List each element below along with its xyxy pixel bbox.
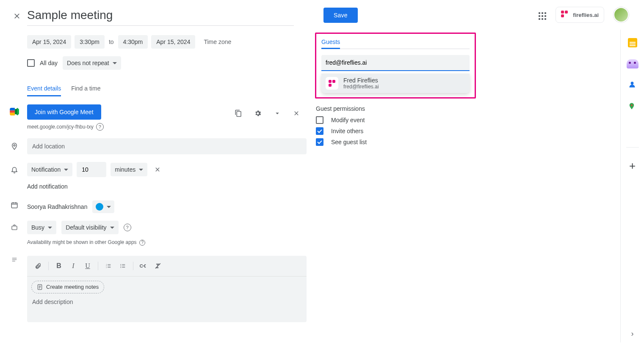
visibility-help-icon[interactable]: ? xyxy=(124,224,131,231)
briefcase-icon xyxy=(7,221,22,231)
timezone-link[interactable]: Time zone xyxy=(204,38,231,45)
calendar-icon xyxy=(7,198,22,209)
end-time-chip[interactable]: 4:30pm xyxy=(118,35,148,49)
chevron-down-icon xyxy=(107,206,111,208)
add-addon-icon[interactable]: + xyxy=(629,159,636,172)
start-time-chip[interactable]: 3:30pm xyxy=(75,35,105,49)
recurrence-dropdown[interactable]: Does not repeat xyxy=(63,56,121,70)
chevron-down-icon xyxy=(48,227,52,229)
guests-tab[interactable]: Guests xyxy=(321,38,340,49)
assistant-bot-icon[interactable] xyxy=(627,59,638,68)
calendar-color-swatch xyxy=(96,203,103,211)
google-meet-icon xyxy=(7,104,22,115)
notification-type-dropdown[interactable]: Notification xyxy=(27,163,72,176)
collapse-rail-icon[interactable]: › xyxy=(631,329,634,338)
notification-unit-label: minutes xyxy=(115,166,135,173)
availability-label: Busy xyxy=(31,224,44,231)
event-title-input[interactable] xyxy=(27,8,294,26)
meet-expand-icon[interactable] xyxy=(271,107,284,120)
clear-formatting-button[interactable] xyxy=(151,259,165,273)
guest-suggestion-item[interactable]: Fred Fireflies fred@fireflies.ai xyxy=(321,74,470,93)
notification-unit-dropdown[interactable]: minutes xyxy=(111,163,147,176)
modify-event-label: Modify event xyxy=(331,117,365,123)
insert-link-button[interactable] xyxy=(137,259,150,273)
see-guest-list-label: See guest list xyxy=(331,139,367,145)
google-apps-icon[interactable] xyxy=(536,10,546,20)
doc-icon xyxy=(37,284,43,290)
svg-point-6 xyxy=(120,264,121,265)
add-guests-input[interactable] xyxy=(321,55,470,71)
tab-find-a-time[interactable]: Find a time xyxy=(71,82,100,96)
add-notification-link[interactable]: Add notification xyxy=(27,183,68,190)
guests-panel-highlight: Guests Fred Fireflies fred@fireflies.ai xyxy=(315,33,476,99)
notification-bell-icon xyxy=(7,162,22,174)
svg-point-10 xyxy=(630,82,633,85)
fireflies-avatar-icon xyxy=(326,77,338,90)
availability-dropdown[interactable]: Busy xyxy=(27,221,56,234)
chevron-down-icon xyxy=(113,62,117,64)
svg-point-7 xyxy=(120,266,121,266)
contacts-icon[interactable] xyxy=(628,80,637,90)
invite-others-label: Invite others xyxy=(331,128,363,134)
svg-rect-2 xyxy=(12,226,17,230)
chevron-down-icon xyxy=(139,169,143,171)
see-guest-list-checkbox[interactable] xyxy=(316,138,323,146)
numbered-list-button[interactable]: 123 xyxy=(102,259,115,273)
bold-button[interactable]: B xyxy=(52,259,66,273)
underline-button[interactable]: U xyxy=(81,259,94,273)
description-icon xyxy=(7,253,22,263)
notification-type-label: Notification xyxy=(31,166,61,173)
svg-point-0 xyxy=(14,145,15,146)
italic-button[interactable]: I xyxy=(66,259,80,273)
join-google-meet-button[interactable]: Join with Google Meet xyxy=(27,104,101,120)
meet-remove-icon[interactable] xyxy=(290,107,302,119)
svg-point-8 xyxy=(120,267,121,268)
availability-hint: Availability might be shown in other Goo… xyxy=(27,239,137,245)
location-icon xyxy=(7,138,22,151)
bulleted-list-button[interactable] xyxy=(116,259,130,273)
visibility-dropdown[interactable]: Default visibility xyxy=(61,221,118,234)
invite-others-checkbox[interactable] xyxy=(316,127,323,135)
notification-value-input[interactable] xyxy=(77,162,106,177)
suggestion-email: fred@fireflies.ai xyxy=(343,84,379,90)
create-notes-label: Create meeting notes xyxy=(46,284,99,290)
meet-link-text: meet.google.com/jcy-fhbu-txy xyxy=(27,124,94,130)
calendar-color-dropdown[interactable] xyxy=(92,200,114,213)
availability-hint-help-icon[interactable]: ? xyxy=(139,240,145,246)
location-input[interactable] xyxy=(27,138,307,154)
all-day-label: All day xyxy=(40,60,58,66)
remove-notification-icon[interactable] xyxy=(152,164,163,175)
chevron-down-icon xyxy=(64,169,68,171)
calendar-owner-label: Soorya Radhakrishnan xyxy=(27,203,87,210)
maps-icon[interactable] xyxy=(628,101,637,111)
svg-rect-1 xyxy=(11,203,17,208)
meet-settings-icon[interactable] xyxy=(252,107,264,120)
account-avatar[interactable] xyxy=(614,7,629,22)
start-date-chip[interactable]: Apr 15, 2024 xyxy=(27,35,71,49)
end-date-chip[interactable]: Apr 15, 2024 xyxy=(151,35,195,49)
tab-event-details[interactable]: Event details xyxy=(27,82,61,96)
description-placeholder[interactable]: Add description xyxy=(27,293,307,322)
description-editor[interactable]: B I U 123 Create meeting notes xyxy=(27,256,307,322)
svg-text:3: 3 xyxy=(106,266,107,268)
save-button[interactable]: Save xyxy=(323,8,358,23)
close-button[interactable] xyxy=(8,8,25,25)
fireflies-extension-chip[interactable]: fireflies.ai xyxy=(556,7,604,23)
extension-name: fireflies.ai xyxy=(573,12,599,18)
all-day-checkbox[interactable] xyxy=(27,59,35,67)
meet-help-icon[interactable]: ? xyxy=(96,123,104,131)
recurrence-label: Does not repeat xyxy=(67,60,109,66)
suggestion-name: Fred Fireflies xyxy=(343,77,379,84)
keep-icon[interactable] xyxy=(628,38,637,47)
side-panel-rail: + › xyxy=(620,30,644,342)
create-meeting-notes-chip[interactable]: Create meeting notes xyxy=(31,281,104,293)
visibility-label: Default visibility xyxy=(66,224,106,231)
guest-permissions-title: Guest permissions xyxy=(316,105,476,112)
copy-link-icon[interactable] xyxy=(232,107,245,120)
chevron-down-icon xyxy=(110,227,114,229)
modify-event-checkbox[interactable] xyxy=(316,116,323,124)
fireflies-logo-icon xyxy=(561,11,569,19)
attach-file-icon[interactable] xyxy=(31,259,45,273)
to-label: to xyxy=(108,38,115,45)
svg-point-11 xyxy=(631,104,633,106)
